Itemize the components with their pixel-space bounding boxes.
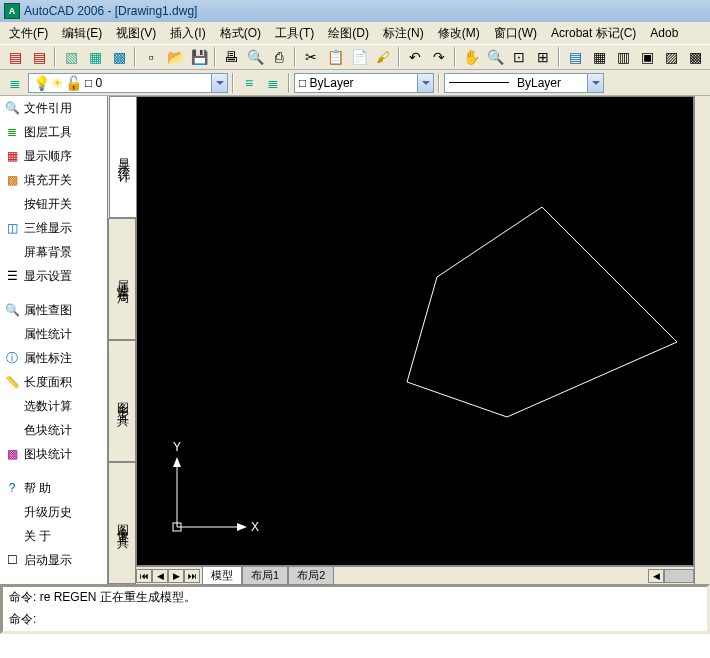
paste-icon[interactable]: 📄 bbox=[348, 46, 370, 68]
pack-icon[interactable]: ▩ bbox=[108, 46, 130, 68]
scroll-last-icon[interactable]: ⏭ bbox=[184, 569, 200, 583]
menu-insert[interactable]: 插入(I) bbox=[163, 23, 212, 44]
zoom-rt-icon[interactable]: 🔍 bbox=[484, 46, 506, 68]
chevron-down-icon[interactable] bbox=[211, 74, 227, 92]
tab-layout2[interactable]: 布局2 bbox=[288, 567, 334, 585]
color-combo[interactable]: □ ByLayer bbox=[294, 73, 434, 93]
pan-icon[interactable]: ✋ bbox=[460, 46, 482, 68]
ssm-icon[interactable]: ▣ bbox=[636, 46, 658, 68]
menu-adobe[interactable]: Adob bbox=[643, 24, 685, 42]
scroll-prev-icon[interactable]: ◀ bbox=[152, 569, 168, 583]
menu-file[interactable]: 文件(F) bbox=[2, 23, 55, 44]
layer-combo[interactable]: 💡 ☀ 🔓 □ 0 bbox=[28, 73, 228, 93]
layer-prev-icon[interactable]: ≡ bbox=[238, 72, 260, 94]
chevron-down-icon[interactable] bbox=[417, 74, 433, 92]
sidebar-item-button-toggle[interactable]: 按钮开关 bbox=[0, 192, 107, 216]
menu-view[interactable]: 视图(V) bbox=[109, 23, 163, 44]
sidebar-item-file-ref[interactable]: 🔍文件引用 bbox=[0, 96, 107, 120]
menu-dim[interactable]: 标注(N) bbox=[376, 23, 431, 44]
dc-icon[interactable]: ▦ bbox=[588, 46, 610, 68]
layer-manager-icon[interactable]: ≣ bbox=[4, 72, 26, 94]
info-icon: ⓘ bbox=[4, 350, 20, 366]
block-stats-icon: ▩ bbox=[4, 446, 20, 462]
sidebar-item-startup[interactable]: ☐启动显示 bbox=[0, 548, 107, 572]
menu-edit[interactable]: 编辑(E) bbox=[55, 23, 109, 44]
redo-icon[interactable]: ↷ bbox=[428, 46, 450, 68]
tab-model[interactable]: 模型 bbox=[202, 567, 242, 585]
canvas-container: X Y ⏮ ◀ ▶ ⏭ 模型 布局1 布局2 ◀ bbox=[136, 96, 694, 584]
props-icon[interactable]: ▤ bbox=[564, 46, 586, 68]
tab-layout1[interactable]: 布局1 bbox=[242, 567, 288, 585]
sidebar-item-about[interactable]: 关 于 bbox=[0, 524, 107, 548]
sidebar-item-block-stats[interactable]: ▩图块统计 bbox=[0, 442, 107, 466]
file-ref-icon: 🔍 bbox=[4, 100, 20, 116]
ucs-icon: X Y bbox=[167, 437, 267, 537]
chevron-down-icon[interactable] bbox=[587, 74, 603, 92]
draw-order-icon: ▦ bbox=[4, 148, 20, 164]
batch-icon[interactable]: ▦ bbox=[84, 46, 106, 68]
zoom-win-icon[interactable]: ⊡ bbox=[508, 46, 530, 68]
menu-window[interactable]: 窗口(W) bbox=[487, 23, 544, 44]
new-icon[interactable]: ▧ bbox=[60, 46, 82, 68]
pdf-send-icon[interactable]: ▤ bbox=[28, 46, 50, 68]
sidebar-item-attr-stats[interactable]: 属性统计 bbox=[0, 322, 107, 346]
hscroll-thumb[interactable] bbox=[664, 569, 694, 583]
preview-icon[interactable]: 🔍 bbox=[244, 46, 266, 68]
linetype-combo[interactable]: ByLayer bbox=[444, 73, 604, 93]
drawing-canvas[interactable]: X Y bbox=[136, 96, 694, 566]
new-file-icon[interactable]: ▫ bbox=[140, 46, 162, 68]
menu-draw[interactable]: 绘图(D) bbox=[321, 23, 376, 44]
hscroll-left-icon[interactable]: ◀ bbox=[648, 569, 664, 583]
menu-tools[interactable]: 工具(T) bbox=[268, 23, 321, 44]
sidebar-item-attr-search[interactable]: 🔍属性查图 bbox=[0, 298, 107, 322]
cut-icon[interactable]: ✂ bbox=[300, 46, 322, 68]
copy-icon[interactable]: 📋 bbox=[324, 46, 346, 68]
command-window[interactable]: 命令: re REGEN 正在重生成模型。 命令: bbox=[0, 584, 710, 634]
svg-marker-2 bbox=[237, 523, 247, 531]
sidebar-item-display-set[interactable]: ☰显示设置 bbox=[0, 264, 107, 288]
calc-icon bbox=[4, 398, 20, 414]
color-stats-icon bbox=[4, 422, 20, 438]
sidebar-item-attr-dim[interactable]: ⓘ属性标注 bbox=[0, 346, 107, 370]
zoom-prev-icon[interactable]: ⊞ bbox=[532, 46, 554, 68]
sidebar-item-3d-display[interactable]: ◫三维显示 bbox=[0, 216, 107, 240]
upgrade-icon bbox=[4, 504, 20, 520]
sidebar-item-screen-bg[interactable]: 屏幕背景 bbox=[0, 240, 107, 264]
sidebar-item-layer-tools[interactable]: ≣图层工具 bbox=[0, 120, 107, 144]
svg-text:X: X bbox=[251, 520, 259, 534]
vtab-image-tools[interactable]: 图像工具 bbox=[108, 462, 136, 584]
sidebar-item-upgrade[interactable]: 升级历史 bbox=[0, 500, 107, 524]
sidebar-item-length-area[interactable]: 📏长度面积 bbox=[0, 370, 107, 394]
sidebar-item-color-stats[interactable]: 色块统计 bbox=[0, 418, 107, 442]
sidebar-item-fill-toggle[interactable]: ▩填充开关 bbox=[0, 168, 107, 192]
sidebar-item-sel-calc[interactable]: 选数计算 bbox=[0, 394, 107, 418]
window-title: AutoCAD 2006 - [Drawing1.dwg] bbox=[24, 4, 197, 18]
publish-icon[interactable]: ⎙ bbox=[268, 46, 290, 68]
qcalc-icon[interactable]: ▩ bbox=[684, 46, 706, 68]
match-icon[interactable]: 🖌 bbox=[372, 46, 394, 68]
vtab-graphic-tools[interactable]: 图形工具 bbox=[108, 340, 136, 462]
layer-state-icon[interactable]: ≣ bbox=[262, 72, 284, 94]
open-icon[interactable]: 📂 bbox=[164, 46, 186, 68]
command-history-line: 命令: re REGEN 正在重生成模型。 bbox=[3, 587, 707, 609]
fill-toggle-icon: ▩ bbox=[4, 172, 20, 188]
menu-acrobat[interactable]: Acrobat 标记(C) bbox=[544, 23, 643, 44]
vtab-display-stats[interactable]: 显示统计 bbox=[109, 96, 137, 218]
sidebar-item-help[interactable]: ?帮 助 bbox=[0, 476, 107, 500]
menu-modify[interactable]: 修改(M) bbox=[431, 23, 487, 44]
sidebar-item-draw-order[interactable]: ▦显示顺序 bbox=[0, 144, 107, 168]
pdf-icon[interactable]: ▤ bbox=[4, 46, 26, 68]
markup-icon[interactable]: ▨ bbox=[660, 46, 682, 68]
scroll-first-icon[interactable]: ⏮ bbox=[136, 569, 152, 583]
layer-current: □ 0 bbox=[85, 76, 102, 90]
menu-format[interactable]: 格式(O) bbox=[213, 23, 268, 44]
scroll-next-icon[interactable]: ▶ bbox=[168, 569, 184, 583]
vtab-attr-layout[interactable]: 属性布局 bbox=[108, 218, 136, 340]
print-icon[interactable]: 🖶 bbox=[220, 46, 242, 68]
help-icon: ? bbox=[4, 480, 20, 496]
tp-icon[interactable]: ▥ bbox=[612, 46, 634, 68]
save-icon[interactable]: 💾 bbox=[188, 46, 210, 68]
undo-icon[interactable]: ↶ bbox=[404, 46, 426, 68]
svg-text:Y: Y bbox=[173, 440, 181, 454]
command-prompt[interactable]: 命令: bbox=[3, 609, 707, 631]
